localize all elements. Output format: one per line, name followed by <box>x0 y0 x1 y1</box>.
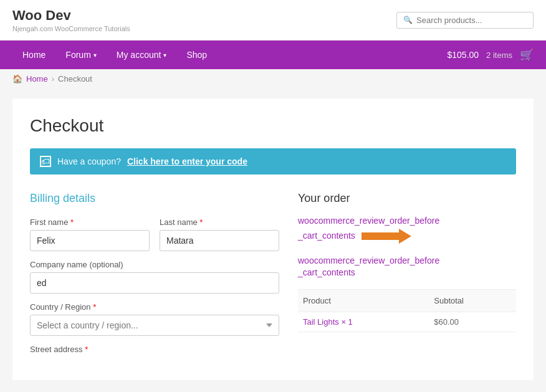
company-label: Company name (optional) <box>30 260 279 269</box>
nav-items: Home Forum ▾ My account ▾ Shop <box>12 41 447 69</box>
country-select[interactable]: Select a country / region... <box>30 315 279 336</box>
street-label: Street address * <box>30 345 279 354</box>
svg-marker-0 <box>362 229 411 244</box>
orange-arrow-icon <box>362 227 411 245</box>
order-column: Your order woocommerce_review_order_befo… <box>298 192 516 363</box>
last-name-required: * <box>199 218 203 227</box>
breadcrumb-current: Checkout <box>58 74 92 84</box>
search-box[interactable]: 🔍 <box>396 12 534 29</box>
hook2-text: woocommerce_review_order_before _cart_co… <box>298 255 516 279</box>
cart-count: 2 items <box>486 50 512 60</box>
cart-icon[interactable]: 🛒 <box>520 48 534 62</box>
nav-shop[interactable]: Shop <box>176 41 217 69</box>
hook1-text: woocommerce_review_order_before _cart_co… <box>298 215 516 245</box>
billing-column: Billing details First name * Last name * <box>30 192 279 363</box>
product-name: Tail Lights × 1 <box>298 312 429 332</box>
first-name-input[interactable] <box>30 230 150 251</box>
account-dropdown-icon: ▾ <box>163 52 166 59</box>
coupon-banner: 🏷 Have a coupon? Click here to enter you… <box>30 148 516 174</box>
hook2-container: woocommerce_review_order_before _cart_co… <box>298 255 516 279</box>
street-field: Street address * <box>30 345 279 354</box>
product-subtotal: $60.00 <box>429 312 516 332</box>
last-name-field: Last name * <box>160 218 279 251</box>
site-branding: Woo Dev Njengah.com WooCommerce Tutorial… <box>12 7 130 32</box>
main-nav: Home Forum ▾ My account ▾ Shop $105.00 2… <box>0 41 546 69</box>
cart-area: $105.00 2 items 🛒 <box>447 48 534 62</box>
company-field: Company name (optional) <box>30 260 279 294</box>
order-table: Product Subtotal Tail Lights × 1 $60.00 <box>298 289 516 332</box>
site-header: Woo Dev Njengah.com WooCommerce Tutorial… <box>0 0 546 41</box>
first-name-field: First name * <box>30 218 150 251</box>
name-row: First name * Last name * <box>30 218 279 251</box>
col-subtotal: Subtotal <box>429 289 516 312</box>
billing-section-title: Billing details <box>30 192 279 205</box>
nav-forum[interactable]: Forum ▾ <box>55 41 106 69</box>
last-name-input[interactable] <box>160 230 279 251</box>
country-field: Country / Region * Select a country / re… <box>30 302 279 336</box>
search-input[interactable] <box>416 16 527 25</box>
coupon-text: Have a coupon? <box>57 156 121 166</box>
breadcrumb-separator: › <box>52 74 54 84</box>
breadcrumb-home-link[interactable]: Home <box>26 74 48 84</box>
col-product: Product <box>298 289 429 312</box>
nav-my-account[interactable]: My account ▾ <box>107 41 177 69</box>
table-row: Tail Lights × 1 $60.00 <box>298 312 516 332</box>
country-label: Country / Region * <box>30 302 279 312</box>
site-title: Woo Dev <box>12 7 130 24</box>
company-input[interactable] <box>30 272 279 294</box>
search-icon: 🔍 <box>403 16 413 24</box>
home-icon: 🏠 <box>12 74 22 84</box>
cart-amount: $105.00 <box>447 50 479 60</box>
page-title: Checkout <box>30 116 516 136</box>
order-table-header: Product Subtotal <box>298 289 516 312</box>
country-required: * <box>93 302 96 312</box>
first-name-required: * <box>70 218 74 227</box>
coupon-icon: 🏷 <box>40 156 51 167</box>
checkout-columns: Billing details First name * Last name * <box>30 192 516 363</box>
hook1-container: woocommerce_review_order_before _cart_co… <box>298 215 516 245</box>
nav-home[interactable]: Home <box>12 41 55 69</box>
coupon-link[interactable]: Click here to enter your code <box>127 156 247 166</box>
first-name-label: First name * <box>30 218 150 227</box>
last-name-label: Last name * <box>160 218 279 227</box>
order-section-title: Your order <box>298 192 516 205</box>
site-tagline: Njengah.com WooCommerce Tutorials <box>12 25 130 32</box>
street-required: * <box>85 345 88 354</box>
forum-dropdown-icon: ▾ <box>93 52 97 59</box>
main-content: Checkout 🏷 Have a coupon? Click here to … <box>12 98 534 380</box>
breadcrumb: 🏠 Home › Checkout <box>0 69 546 88</box>
